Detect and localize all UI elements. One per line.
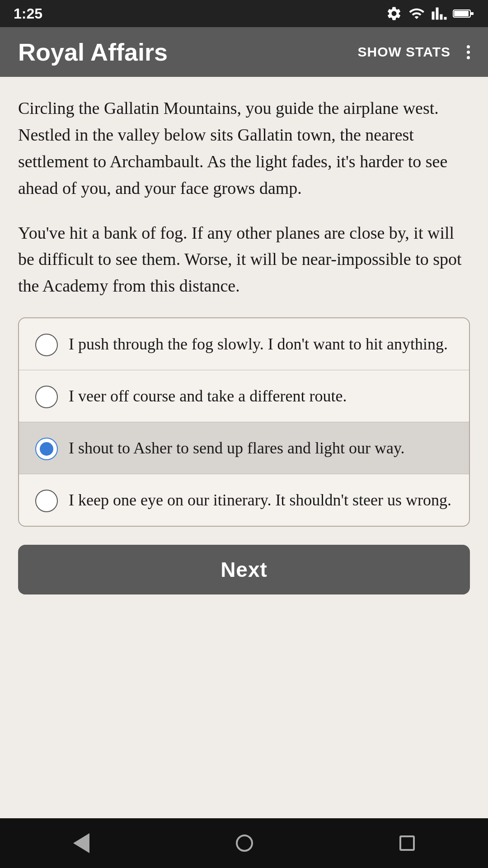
home-icon: [236, 835, 253, 852]
wifi-icon: [408, 5, 426, 22]
dot1: [467, 45, 470, 48]
dot3: [467, 56, 470, 59]
signal-icon: [431, 5, 447, 22]
choice-text-3: I shout to Asher to send up flares and l…: [69, 436, 405, 460]
choice-text-1: I push through the fog slowly. I don't w…: [69, 332, 448, 356]
next-button[interactable]: Next: [18, 545, 470, 594]
svg-rect-1: [454, 11, 469, 16]
radio-3: [35, 438, 58, 460]
recent-icon: [399, 835, 415, 851]
radio-inner-3: [40, 442, 53, 456]
choices-container: I push through the fog slowly. I don't w…: [18, 317, 470, 527]
status-time: 1:25: [14, 5, 42, 22]
story-paragraph-2: You've hit a bank of fog. If any other p…: [18, 220, 470, 300]
svg-rect-2: [471, 12, 474, 15]
status-icons: [386, 5, 474, 22]
home-button[interactable]: [236, 835, 253, 852]
story-text: Circling the Gallatin Mountains, you gui…: [18, 95, 470, 299]
status-bar: 1:25: [0, 0, 488, 27]
battery-icon: [453, 7, 474, 20]
main-content: Circling the Gallatin Mountains, you gui…: [0, 77, 488, 818]
choice-item-4[interactable]: I keep one eye on our itinerary. It shou…: [19, 474, 469, 526]
choice-text-2: I veer off course and take a different r…: [69, 384, 347, 408]
back-button[interactable]: [73, 833, 89, 853]
top-bar-actions: SHOW STATS: [357, 44, 470, 60]
app-bar: Royal Affairs SHOW STATS: [0, 27, 488, 77]
recent-button[interactable]: [399, 835, 415, 851]
show-stats-button[interactable]: SHOW STATS: [357, 44, 450, 60]
choice-item-1[interactable]: I push through the fog slowly. I don't w…: [19, 318, 469, 370]
radio-4: [35, 490, 58, 512]
radio-2: [35, 386, 58, 408]
dot2: [467, 51, 470, 54]
choice-item-2[interactable]: I veer off course and take a different r…: [19, 370, 469, 422]
back-icon: [73, 833, 89, 853]
app-title: Royal Affairs: [18, 38, 168, 66]
settings-icon: [386, 5, 402, 22]
bottom-nav: [0, 818, 488, 868]
story-paragraph-1: Circling the Gallatin Mountains, you gui…: [18, 95, 470, 202]
choice-item-3[interactable]: I shout to Asher to send up flares and l…: [19, 422, 469, 474]
choice-text-4: I keep one eye on our itinerary. It shou…: [69, 488, 451, 512]
more-menu-icon[interactable]: [467, 45, 470, 59]
radio-1: [35, 334, 58, 356]
